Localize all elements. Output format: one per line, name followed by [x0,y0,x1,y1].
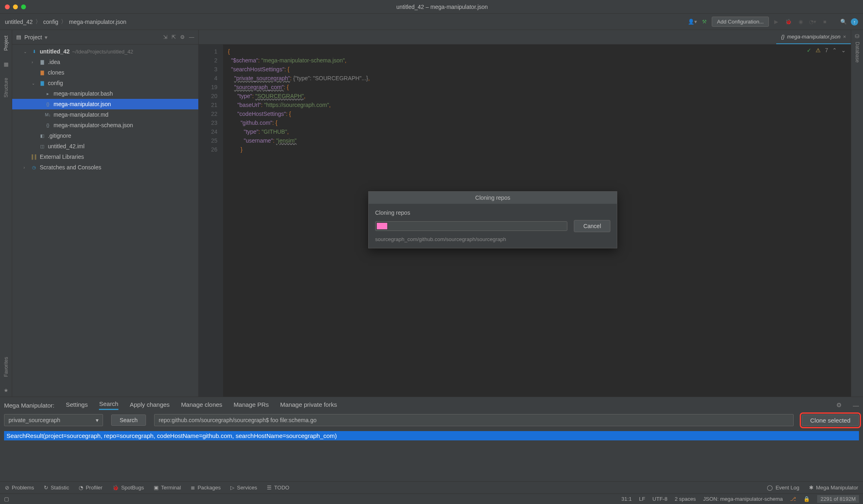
search-host-select[interactable]: private_sourcegraph ▾ [4,414,103,426]
bt-mega-manipulator[interactable]: ✱Mega Manipulator [809,485,858,491]
star-icon: ★ [4,387,9,393]
git-icon[interactable]: ⎇ [790,496,796,502]
tree-file[interactable]: {} mega-manipulator-schema.json [12,120,198,130]
statusbar-tool-icon[interactable]: ▢ [4,496,9,502]
breadcrumb-item[interactable]: untitled_42 [5,19,33,25]
bt-problems[interactable]: ⊘Problems [5,485,34,491]
file-encoding[interactable]: UTF-8 [653,496,668,502]
chevron-right-icon: 〉 [61,18,67,26]
search-button[interactable]: Search [111,414,146,426]
coverage-icon[interactable]: ◉ [796,17,805,27]
bt-services[interactable]: ▷Services [230,485,257,491]
editor-tabs: {} mega-manipulator.json × [199,30,851,45]
clone-selected-button[interactable]: Clone selected [802,414,859,426]
terminal-icon: ▣ [154,485,159,491]
gear-icon[interactable]: ⚙ [836,401,842,409]
tree-item-label: Scratches and Consoles [40,164,101,171]
tree-file[interactable]: M↓ mega-manipulator.md [12,109,198,120]
json-file-icon: {} [781,34,785,40]
bt-spotbugs[interactable]: 🐞SpotBugs [112,485,144,491]
tree-file[interactable]: ▸ mega-manipulator.bash [12,88,198,99]
chevron-right-icon[interactable]: › [32,60,36,64]
chevron-down-icon[interactable]: ⌄ [32,81,36,85]
window-maximize-button[interactable] [21,4,26,9]
bt-statistic[interactable]: ↻Statistic [44,485,69,491]
md-file-icon: M↓ [45,111,51,118]
bt-terminal[interactable]: ▣Terminal [154,485,181,491]
expand-all-icon[interactable]: ⇱ [172,34,176,40]
hide-icon[interactable]: — [189,34,194,40]
mm-tab-settings[interactable]: Settings [66,401,88,410]
indent-info[interactable]: 2 spaces [675,496,696,502]
mm-tab-prs[interactable]: Manage PRs [234,401,269,410]
project-view-title[interactable]: Project [24,34,42,41]
build-hammer-icon[interactable]: ⚒ [700,17,709,27]
database-icon[interactable]: ⛁ [855,33,859,39]
mm-tab-apply[interactable]: Apply changes [130,401,170,410]
hide-icon[interactable]: — [853,402,859,409]
chevron-down-icon[interactable]: ⌄ [841,47,846,53]
mm-tab-search[interactable]: Search [99,400,118,410]
inspections-widget[interactable]: ✓ ⚠ 7 ⌃ ⌄ [807,47,846,53]
editor-tab[interactable]: {} mega-manipulator.json × [776,30,851,44]
window-minimize-button[interactable] [13,4,18,9]
bt-todo[interactable]: ☰TODO [267,485,289,491]
user-icon[interactable]: 👤▾ [687,17,697,27]
rail-structure[interactable]: Structure [3,75,9,100]
bt-profiler[interactable]: ◔Profiler [79,485,102,491]
tree-file-selected[interactable]: {} mega-manipulator.json [12,99,198,109]
bt-packages[interactable]: ≣Packages [191,485,221,491]
caret-position[interactable]: 31:1 [621,496,631,502]
memory-indicator[interactable]: 2291 of 8192M [817,495,859,503]
rail-database[interactable]: Database [854,39,860,65]
project-rail-icon: ▦ [4,61,9,67]
search-results[interactable]: SearchResult(project=sourcegraph, repo=s… [4,430,859,479]
tree-item-label: mega-manipulator-schema.json [54,122,133,128]
editor-body[interactable]: 12341920212223242526 { "$schema": "mega-… [199,45,851,397]
project-tree[interactable]: ⌄ ⬇ untitled_42 ~/IdeaProjects/untitled_… [12,45,198,174]
chevron-down-icon[interactable]: ⌄ [24,49,28,54]
tree-file[interactable]: ◧ .gitignore [12,130,198,141]
close-icon[interactable]: × [843,34,846,40]
bottom-tool-buttons: ⊘Problems ↻Statistic ◔Profiler 🐞SpotBugs… [0,481,863,493]
window-close-button[interactable] [5,4,10,9]
tree-folder-config[interactable]: ⌄ ▇ config [12,78,198,88]
breadcrumb-item[interactable]: mega-manipulator.json [69,19,127,25]
window-title: untitled_42 – mega-manipulator.json [26,4,858,10]
cloning-dialog: Cloning repos Cloning repos Cancel sourc… [368,191,617,248]
update-available-icon[interactable]: ↑ [851,18,858,26]
dialog-subtext: sourcegraph_com/github.com/sourcegraph/s… [375,236,610,242]
chevron-right-icon: 〉 [35,18,41,26]
rail-project[interactable]: Project [3,33,9,53]
chevron-right-icon[interactable]: › [24,165,28,170]
select-opened-file-icon[interactable]: ⇲ [163,34,167,40]
bt-eventlog[interactable]: ◯Event Log [767,485,799,491]
line-separator[interactable]: LF [639,496,645,502]
tree-external-libraries[interactable]: ║║ External Libraries [12,152,198,162]
tree-file[interactable]: ◫ untitled_42.iml [12,141,198,152]
run-icon[interactable]: ▶ [771,17,781,27]
mm-tab-forks[interactable]: Manage private forks [280,401,337,410]
gear-icon[interactable]: ⚙ [180,34,185,40]
tree-root[interactable]: ⌄ ⬇ untitled_42 ~/IdeaProjects/untitled_… [12,46,198,57]
tree-scratches[interactable]: › ◷ Scratches and Consoles [12,162,198,173]
mm-tab-clones[interactable]: Manage clones [181,401,222,410]
json-schema[interactable]: JSON: mega-manipulator-schema [703,496,783,502]
chevron-down-icon[interactable]: ▾ [45,34,47,41]
lock-icon[interactable]: 🔒 [803,496,810,502]
stop-icon[interactable]: ■ [820,17,830,27]
profile-icon[interactable]: ◔▾ [808,17,818,27]
chevron-up-icon[interactable]: ⌃ [832,47,837,53]
debug-icon[interactable]: 🐞 [784,17,793,27]
tree-folder-idea[interactable]: › ▇ .idea [12,57,198,67]
breadcrumb[interactable]: untitled_42 〉 config 〉 mega-manipulator.… [5,18,127,26]
tree-folder-clones[interactable]: ▇ clones [12,67,198,78]
breadcrumb-item[interactable]: config [43,19,58,25]
search-result-row[interactable]: SearchResult(project=sourcegraph, repo=s… [4,431,859,440]
rail-favorites[interactable]: Favorites [3,355,9,379]
search-query-input[interactable] [154,414,793,426]
cancel-button[interactable]: Cancel [574,220,610,232]
search-icon[interactable]: 🔍 [839,17,848,27]
dialog-label: Cloning repos [375,209,610,216]
add-configuration-button[interactable]: Add Configuration... [712,17,769,27]
